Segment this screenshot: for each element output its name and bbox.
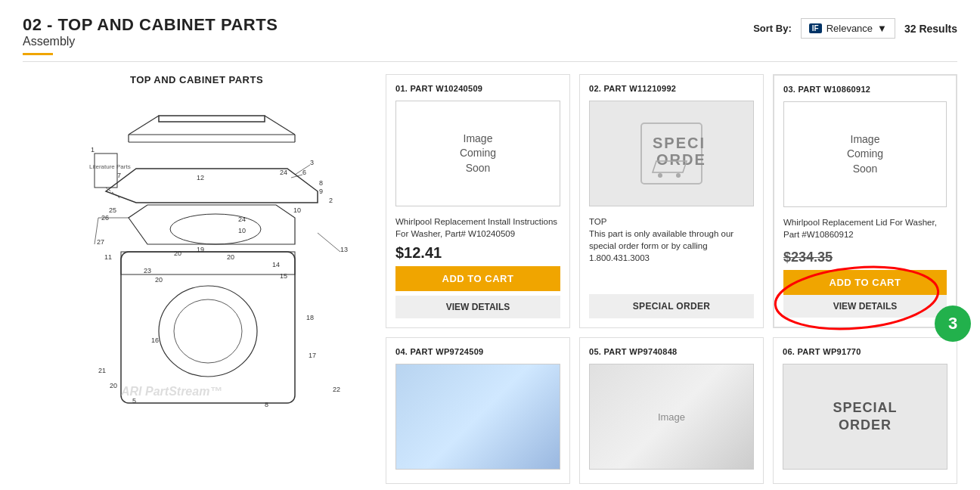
if-badge: IF	[809, 23, 822, 33]
svg-rect-7	[95, 154, 117, 188]
svg-text:10: 10	[293, 206, 301, 214]
svg-text:10: 10	[238, 227, 246, 234]
diagram-title: TOP AND CABINET PARTS	[23, 74, 371, 85]
svg-text:14: 14	[272, 261, 280, 268]
product-price-1: $12.41	[395, 244, 560, 262]
svg-text:8: 8	[265, 401, 268, 408]
svg-point-47	[174, 299, 242, 363]
title-underline	[23, 53, 53, 55]
product-card-1: 01. PART W10240509 ImageComingSoon Whirl…	[386, 74, 570, 328]
svg-text:20: 20	[174, 250, 181, 257]
svg-text:Literature Parts: Literature Parts	[89, 163, 131, 170]
page-subtitle: Assembly	[23, 35, 278, 48]
product-card-2: 02. PART W11210992 SPECIAL ORDER	[579, 74, 764, 328]
product-card-5: 05. PART WP9740848 Image	[579, 337, 764, 484]
svg-text:15: 15	[280, 272, 287, 280]
svg-text:20: 20	[110, 382, 117, 389]
svg-text:16: 16	[151, 336, 159, 344]
product-image-5: Image	[589, 364, 754, 470]
gray-placeholder-5: Image	[590, 364, 753, 469]
svg-text:ORDER: ORDER	[656, 151, 706, 168]
svg-text:22: 22	[333, 386, 340, 393]
product-price-3: $234.35	[783, 250, 947, 265]
diagram-panel: TOP AND CABINET PARTS 1 Literature Parts	[23, 74, 371, 484]
svg-text:9: 9	[319, 188, 323, 195]
part-number-6: 06. PART WP91770	[783, 347, 947, 356]
circle-badge-3: 3	[935, 305, 971, 342]
results-count: 32 Results	[904, 23, 957, 35]
page-title-block: 02 - TOP AND CABINET PARTS Assembly	[23, 15, 278, 55]
image-coming-soon-1: ImageComingSoon	[460, 132, 496, 176]
svg-text:24: 24	[280, 169, 287, 176]
sort-results-area: Sort By: IF Relevance ▼ 32 Results	[753, 18, 957, 39]
add-to-cart-button-3[interactable]: ADD TO CART	[783, 270, 947, 295]
svg-text:SPECIAL: SPECIAL	[653, 135, 706, 151]
view-details-button-3[interactable]: VIEW DETAILS	[783, 295, 947, 318]
svg-text:1: 1	[91, 146, 95, 154]
diagram-area: 1 Literature Parts 6 3 8 9 2 13	[23, 93, 371, 413]
svg-line-1	[129, 116, 159, 135]
svg-point-58	[658, 173, 662, 178]
svg-point-13	[170, 214, 261, 244]
part-number-3: 03. PART W10860912	[783, 85, 947, 94]
svg-text:23: 23	[144, 267, 151, 274]
header-divider	[23, 61, 957, 62]
svg-text:13: 13	[340, 246, 348, 253]
svg-text:27: 27	[97, 238, 104, 246]
sort-label: Sort By:	[753, 23, 792, 34]
product-desc-1: Whirlpool Replacement Install Instructio…	[395, 216, 560, 240]
svg-text:2: 2	[329, 197, 333, 204]
main-layout: TOP AND CABINET PARTS 1 Literature Parts	[23, 74, 957, 484]
svg-text:6: 6	[302, 169, 306, 176]
svg-text:8: 8	[319, 179, 323, 187]
special-order-text-6: SPECIALORDER	[783, 364, 947, 469]
svg-line-2	[265, 116, 295, 135]
chevron-down-icon: ▼	[877, 23, 887, 34]
sort-dropdown[interactable]: IF Relevance ▼	[801, 18, 895, 39]
add-to-cart-button-1[interactable]: ADD TO CART	[395, 266, 560, 291]
part-number-1: 01. PART W10240509	[395, 84, 560, 93]
svg-text:18: 18	[306, 314, 314, 321]
special-order-cart-icon: SPECIAL ORDER	[590, 101, 753, 206]
blue-placeholder-4	[396, 364, 560, 469]
product-card-4: 04. PART WP9724509	[386, 337, 570, 484]
image-coming-soon-3: ImageComingSoon	[847, 132, 883, 177]
page-header: 02 - TOP AND CABINET PARTS Assembly Sort…	[23, 15, 957, 55]
svg-text:20: 20	[227, 253, 234, 261]
product-image-2: SPECIAL ORDER	[589, 101, 754, 206]
svg-text:3: 3	[310, 159, 314, 166]
svg-text:17: 17	[309, 352, 316, 359]
product-desc-2: TOPThis part is only available through o…	[589, 216, 754, 290]
svg-marker-12	[129, 205, 295, 244]
products-grid: 01. PART W10240509 ImageComingSoon Whirl…	[386, 74, 957, 484]
product-image-3: ImageComingSoon	[783, 101, 947, 207]
svg-text:25: 25	[109, 206, 116, 214]
special-order-button-2[interactable]: SPECIAL ORDER	[589, 294, 754, 318]
svg-text:ARI PartStream™: ARI PartStream™	[120, 385, 222, 398]
products-container: 01. PART W10240509 ImageComingSoon Whirl…	[386, 74, 957, 484]
view-details-button-1[interactable]: VIEW DETAILS	[395, 296, 560, 318]
product-image-6: SPECIALORDER	[783, 364, 947, 470]
part-number-5: 05. PART WP9740848	[589, 347, 754, 356]
svg-text:7: 7	[117, 172, 121, 179]
product-image-1: ImageComingSoon	[395, 101, 560, 206]
sort-value: Relevance	[826, 23, 873, 34]
svg-text:11: 11	[104, 253, 112, 261]
svg-text:24: 24	[238, 216, 246, 223]
svg-point-59	[676, 173, 681, 178]
product-image-4	[395, 364, 560, 470]
parts-diagram-svg: 1 Literature Parts 6 3 8 9 2 13	[23, 93, 371, 411]
svg-text:21: 21	[98, 367, 106, 374]
product-card-3: 03. PART W10860912 ImageComingSoon Whirl…	[773, 74, 957, 328]
part-number-2: 02. PART W11210992	[589, 84, 754, 93]
page-title: 02 - TOP AND CABINET PARTS	[23, 15, 278, 35]
svg-text:12: 12	[197, 174, 204, 181]
svg-text:20: 20	[155, 276, 163, 284]
part-number-4: 04. PART WP9724509	[395, 347, 560, 356]
product-desc-3: Whirlpool Replacement Lid For Washer, Pa…	[783, 216, 947, 245]
svg-rect-0	[159, 116, 265, 122]
product-card-6: 06. PART WP91770 SPECIALORDER	[773, 337, 957, 484]
svg-line-51	[318, 233, 340, 252]
